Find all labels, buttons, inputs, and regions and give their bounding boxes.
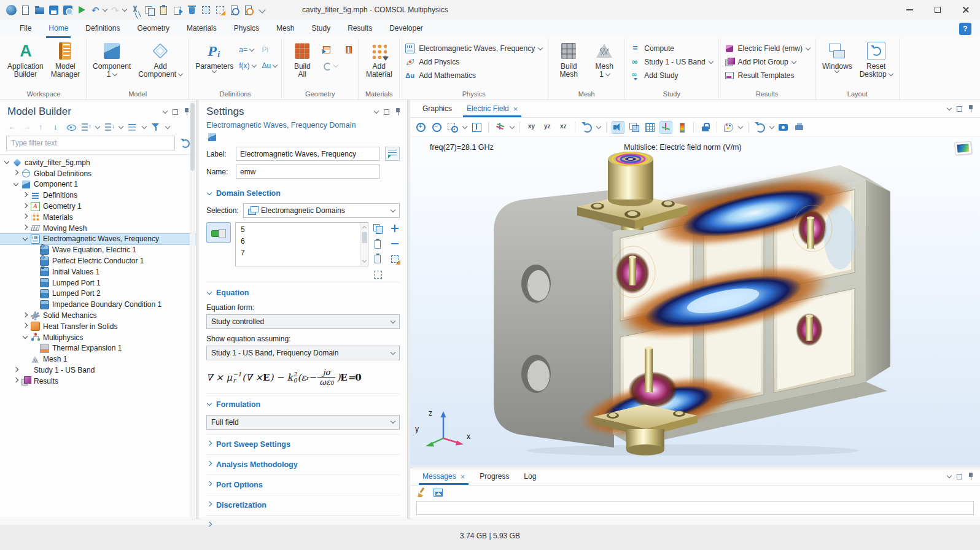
redo-icon[interactable] xyxy=(111,5,121,15)
tree-item-lumped-port-1[interactable]: Lumped Port 1 xyxy=(0,277,196,289)
move-up-icon[interactable] xyxy=(37,122,47,132)
assume-dropdown[interactable]: Study 1 - US Band, Frequency Domain xyxy=(206,346,400,360)
component-1-button[interactable]: Component1 xyxy=(90,39,134,80)
tree-item-cavity-filter-5g-mph[interactable]: cavity_filter_5g.mph xyxy=(0,157,196,168)
tab-materials[interactable]: Materials xyxy=(178,20,225,38)
panel-pin-icon[interactable] xyxy=(968,105,974,112)
plot-area[interactable]: freq(27)=28.1 GHz Multislice: Electric f… xyxy=(410,137,980,465)
panel-maximize-icon[interactable] xyxy=(384,109,389,115)
box-select-icon[interactable] xyxy=(390,254,400,264)
expand-all-icon[interactable] xyxy=(81,122,91,132)
tree-item-heat-transfer-in-solids[interactable]: Heat Transfer in Solids xyxy=(0,321,196,332)
messages-tab-messages[interactable]: Messages× xyxy=(415,468,472,485)
section-discretization[interactable]: Discretization xyxy=(206,495,400,515)
tree-item-mesh-1[interactable]: Mesh 1 xyxy=(0,354,196,365)
panel-menu-icon[interactable] xyxy=(163,108,168,113)
cut-icon[interactable] xyxy=(130,5,141,15)
mesh-1-button[interactable]: Mesh1 xyxy=(587,39,621,80)
color-legend-icon[interactable] xyxy=(676,122,688,133)
section-analysis-methodology[interactable]: Analysis Methodology xyxy=(206,454,400,474)
refresh-icon[interactable] xyxy=(180,138,190,148)
model-manager-button[interactable]: ModelManager xyxy=(48,39,83,80)
close-tab-icon[interactable]: × xyxy=(513,105,518,113)
paste-selection-icon[interactable] xyxy=(373,239,383,249)
undo-icon[interactable] xyxy=(91,5,101,15)
tree-item-electromagnetic-waves-frequency[interactable]: Electromagnetic Waves, Frequency xyxy=(0,234,196,245)
filter-input[interactable] xyxy=(6,136,175,150)
pi-button[interactable]: Pi xyxy=(262,42,278,58)
finddoc-icon[interactable] xyxy=(229,5,239,15)
lock-icon[interactable] xyxy=(699,122,711,133)
tree-scrollbar[interactable] xyxy=(190,101,195,517)
graphics-tab-graphics[interactable]: Graphics xyxy=(415,100,459,117)
tree-item-moving-mesh[interactable]: Moving Mesh xyxy=(0,223,196,234)
view-orientation-icon[interactable] xyxy=(494,122,506,133)
tree-item-materials[interactable]: Materials xyxy=(0,212,196,223)
study-1-us-band-button[interactable]: Study 1 - US Band xyxy=(631,57,712,67)
update-icon[interactable] xyxy=(754,122,766,133)
savesearch-icon[interactable] xyxy=(63,5,73,15)
tree-item-multiphysics[interactable]: Multiphysics xyxy=(0,332,196,343)
add-plot-group-button[interactable]: Add Plot Group xyxy=(725,57,810,67)
section-port-options[interactable]: Port Options xyxy=(206,474,400,495)
tab-study[interactable]: Study xyxy=(303,20,339,38)
zoom-selected-icon[interactable] xyxy=(373,269,383,279)
new-icon[interactable] xyxy=(20,5,31,15)
name-input[interactable] xyxy=(236,165,380,179)
move-down-icon[interactable] xyxy=(52,122,61,132)
tab-file[interactable]: File xyxy=(11,20,40,38)
geo-rebuild-button[interactable] xyxy=(322,58,338,74)
color-theme-icon[interactable] xyxy=(723,122,734,133)
tree-item-results[interactable]: Results xyxy=(0,376,196,387)
forward-icon[interactable] xyxy=(22,122,32,132)
tree-item-global-definitions[interactable]: Global Definitions xyxy=(0,168,196,179)
tree-item-definitions[interactable]: Definitions xyxy=(0,190,196,201)
tree-item-thermal-expansion-1[interactable]: Thermal Expansion 1 xyxy=(0,343,196,354)
label-input[interactable] xyxy=(236,147,380,161)
show-icon[interactable] xyxy=(66,122,76,132)
save-icon[interactable] xyxy=(49,5,59,15)
active-toggle-button[interactable] xyxy=(206,222,231,243)
tab-home[interactable]: Home xyxy=(40,20,77,38)
graphics-tab-electric-field[interactable]: Electric Field× xyxy=(459,100,525,117)
open-icon[interactable] xyxy=(34,5,45,15)
collapse-all-icon[interactable] xyxy=(104,122,114,132)
filter-icon[interactable] xyxy=(151,122,161,132)
domain-list-item[interactable]: 5 xyxy=(241,224,359,236)
application-builder-button[interactable]: ApplicationBuilder xyxy=(4,39,47,80)
electric-field-emw-button[interactable]: Electric Field (emw) xyxy=(725,44,810,53)
add-study-button[interactable]: Add Study xyxy=(631,71,712,80)
speaker-icon[interactable] xyxy=(612,122,624,133)
panel-pin-icon[interactable] xyxy=(968,473,974,480)
geo-delete-button[interactable] xyxy=(344,42,354,58)
selection-dropdown[interactable]: Electromagnetic Domains xyxy=(243,203,400,218)
formulation-dropdown[interactable]: Full field xyxy=(206,415,400,430)
tree-item-component-1[interactable]: Component 1 xyxy=(0,179,196,190)
section-formulation[interactable]: Formulation xyxy=(206,393,400,414)
messages-tab-progress[interactable]: Progress xyxy=(472,468,516,485)
zoom-extents-icon[interactable] xyxy=(471,122,483,133)
domain-list[interactable]: 567 xyxy=(235,222,368,266)
panel-maximize-icon[interactable] xyxy=(957,474,962,479)
parameters-button[interactable]: Parameters xyxy=(192,39,236,74)
3d-model-canvas[interactable] xyxy=(410,145,980,455)
rotate-icon[interactable] xyxy=(581,122,593,133)
minimize-button[interactable] xyxy=(895,0,924,20)
electromagnetic-waves-frequency-button[interactable]: Electromagnetic Waves, Frequency xyxy=(405,44,542,53)
messages-tab-log[interactable]: Log xyxy=(516,468,543,485)
tab-developer[interactable]: Developer xyxy=(381,20,432,38)
axis-icon[interactable] xyxy=(660,122,672,133)
tab-results[interactable]: Results xyxy=(339,20,381,38)
clipboard-icon[interactable] xyxy=(373,254,383,264)
tree-item-perfect-electric-conductor-1[interactable]: Perfect Electric Conductor 1 xyxy=(0,255,196,266)
run-icon[interactable] xyxy=(77,5,87,15)
tab-geometry[interactable]: Geometry xyxy=(128,20,178,38)
close-tab-icon[interactable]: × xyxy=(461,473,465,481)
more-icon[interactable] xyxy=(257,5,268,15)
selbox-icon[interactable] xyxy=(201,5,211,15)
panel-pin-icon[interactable] xyxy=(395,108,401,115)
remove-icon[interactable] xyxy=(390,239,400,249)
selbox-o-icon[interactable] xyxy=(215,5,225,15)
add-material-button[interactable]: AddMaterial xyxy=(362,39,396,80)
print-icon[interactable] xyxy=(794,122,806,133)
